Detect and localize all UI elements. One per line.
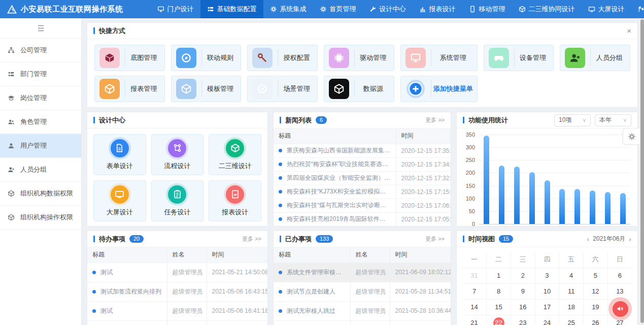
todo-row-0[interactable]: 测试 超级管理员 2021-05-21 14:50:08 xyxy=(87,263,267,282)
shortcut-card-3[interactable]: 驱动管理 xyxy=(324,45,394,71)
nav-item-8[interactable]: 大屏设计 xyxy=(582,0,631,18)
calendar-day-19[interactable]: 19 xyxy=(584,299,608,315)
sidebar-item-6[interactable]: 组织机构数据权限 xyxy=(0,182,81,206)
calendar-day-8[interactable]: 8 xyxy=(487,283,511,299)
shortcut-card-10[interactable]: 数据源 xyxy=(324,76,394,102)
calendar-day-14[interactable]: 14 xyxy=(462,299,487,315)
sidebar-item-2[interactable]: 岗位管理 xyxy=(0,86,81,110)
nav-item-7[interactable]: 二三维协同设计 xyxy=(512,0,582,18)
nav-item-0[interactable]: 门户设计 xyxy=(151,0,200,18)
shortcut-card-4[interactable]: 系统管理 xyxy=(400,45,478,71)
calendar-day-6[interactable]: 6 xyxy=(607,268,632,283)
bullet-dot-icon xyxy=(279,204,282,207)
calendar-day-4[interactable]: 4 xyxy=(559,268,584,283)
nav-item-2[interactable]: 系统集成 xyxy=(263,0,313,18)
sidebar-item-0[interactable]: 公司管理 xyxy=(0,39,81,62)
done-more-link[interactable]: 更多 >> xyxy=(425,235,445,243)
sidebar-item-3[interactable]: 角色管理 xyxy=(0,110,81,134)
shortcut-card-2[interactable]: 授权配置 xyxy=(247,45,318,71)
design-tile-3[interactable]: 大屏设计 xyxy=(93,180,146,221)
design-tile-5[interactable]: 报表设计 xyxy=(209,180,261,221)
news-row-3[interactable]: 梅安森科技“KJ73X和安全监控模拟故障仿真软件技术平台” 2020-12-15… xyxy=(274,185,451,199)
shortcut-card-0[interactable]: 底图管理 xyxy=(94,45,165,71)
sidebar-collapse-button[interactable] xyxy=(0,18,81,39)
close-icon[interactable]: × xyxy=(627,27,631,35)
done-row-0[interactable]: 系统文件管理审核用的 超级管理员 2021-06-09 18:02:12 xyxy=(274,263,451,282)
calendar-day-1[interactable]: 1 xyxy=(487,268,511,283)
design-tile-4[interactable]: 任务设计 xyxy=(151,180,204,221)
settings-tab-button[interactable] xyxy=(623,128,640,145)
sidebar-item-1[interactable]: 部门管理 xyxy=(0,62,81,86)
calendar-next-button[interactable]: › xyxy=(629,235,631,243)
nav-item-6[interactable]: 移动管理 xyxy=(462,0,512,18)
announcement-fab[interactable] xyxy=(608,297,632,320)
nav-item-5[interactable]: 报表设计 xyxy=(413,0,462,18)
calendar-day-17[interactable]: 17 xyxy=(535,299,559,315)
calendar-header: 时间视图 15 ‹ 2021年06月 › xyxy=(457,231,637,247)
nav-item-1[interactable]: 基础数据配置 xyxy=(200,0,263,18)
todo-row-title: 测试加签流程竖向排列 xyxy=(87,282,167,301)
shortcut-card-11[interactable]: 添加快捷菜单 xyxy=(400,76,478,102)
news-row-2[interactable]: 第四届全国煤炭业（智能安全监测）职业技能赛 2020-12-15 17:32:5… xyxy=(274,171,451,185)
calendar-day-12[interactable]: 12 xyxy=(584,283,608,299)
news-row-0[interactable]: 重庆梅安森与山西省国新能源发展集团智能化建设合作 2020-12-15 17:3… xyxy=(274,144,451,157)
calendar-day-21[interactable]: 21 xyxy=(462,315,487,325)
calendar-day-3[interactable]: 3 xyxy=(535,268,559,283)
calendar-day-10[interactable]: 10 xyxy=(535,283,559,299)
calendar-day-15[interactable]: 15 xyxy=(487,299,511,315)
done-row-2[interactable]: 测试无审核人跳过 超级管理员 2021-05-28 10:36:44 xyxy=(274,301,451,320)
scrollbar-thumb[interactable] xyxy=(640,19,644,323)
shortcut-card-5[interactable]: 设备管理 xyxy=(484,45,554,71)
calendar-day-23[interactable]: 23 xyxy=(511,315,535,325)
calendar-day-7[interactable]: 7 xyxy=(462,283,487,299)
news-row-4[interactable]: 梅安森科技“煤与瓦斯突出实时诊断系统”迎来发展机遇 2020-12-15 17:… xyxy=(274,199,451,212)
design-tile-0[interactable]: 表单设计 xyxy=(93,134,146,175)
calendar-day-22[interactable]: 22 xyxy=(487,315,511,325)
sidebar-item-4[interactable]: 用户管理 xyxy=(0,134,81,158)
sidebar-item-7[interactable]: 组织机构操作权限 xyxy=(0,206,81,230)
todo-row-3[interactable]: 测试 超级管理员 2021-05-06 16:40:34 xyxy=(87,320,267,325)
speaker-icon xyxy=(613,301,628,317)
shortcut-card-6[interactable]: 人员分组 xyxy=(560,45,630,71)
shortcut-card-1[interactable]: 联动规则 xyxy=(171,45,242,71)
done-row-1[interactable]: 测试节点是创建人 超级管理员 2021-05-28 11:34:51 xyxy=(274,282,451,301)
shortcut-label: 系统管理 xyxy=(433,53,473,62)
news-row-1[interactable]: 热烈祝贺“梅安森杯”职业技能竞赛选手赛前培训成功举办 2020-12-15 17… xyxy=(274,157,451,171)
todo-more-link[interactable]: 更多 >> xyxy=(242,235,261,243)
shortcut-label: 场景管理 xyxy=(280,84,313,93)
shortcut-card-9[interactable]: 场景管理 xyxy=(247,76,318,102)
news-more-link[interactable]: 更多 >> xyxy=(425,116,445,124)
nav-item-3[interactable]: 首页管理 xyxy=(313,0,363,18)
calendar-prev-button[interactable]: ‹ xyxy=(587,235,590,243)
shortcut-label: 数据源 xyxy=(357,84,390,93)
calendar-week-3: 21222324252627 xyxy=(462,315,632,325)
done-row-3[interactable]: 自由协同【子流程】 test2 2021-05-21 14:46:39 xyxy=(274,320,451,325)
shortcut-card-7[interactable]: 报表管理 xyxy=(94,76,165,102)
calendar-title: 时间视图 xyxy=(463,236,495,242)
shortcut-label: 联动规则 xyxy=(204,53,237,62)
calendar-day-16[interactable]: 16 xyxy=(511,299,535,315)
calendar-day-24[interactable]: 24 xyxy=(535,315,559,325)
usage-select-0[interactable]: 10项 ∨ xyxy=(554,114,591,126)
design-tile-2[interactable]: 二三维设计 xyxy=(209,134,261,175)
done-row-name: 超级管理员 xyxy=(350,263,390,282)
todo-row-1[interactable]: 测试加签流程竖向排列 超级管理员 2021-05-06 16:43:15 xyxy=(87,282,267,301)
nav-item-label: 首页管理 xyxy=(330,5,356,14)
calendar-day-18[interactable]: 18 xyxy=(559,299,584,315)
shortcut-card-8[interactable]: 模板管理 xyxy=(171,76,242,102)
nav-item-9[interactable]: 联动控制设计 xyxy=(631,0,644,18)
done-table: 标题姓名时间 系统文件管理审核用的 超级管理员 2021-06-09 18:02… xyxy=(274,247,451,325)
design-tile-1[interactable]: 流程设计 xyxy=(151,134,204,175)
todo-row-2[interactable]: 测试 超级管理员 2021-05-06 16:41:18 xyxy=(87,301,267,320)
calendar-day-5[interactable]: 5 xyxy=(584,268,608,283)
news-row-5[interactable]: 梅安森科技亮相2019青岛国际软件融合创新博览会 2020-12-15 17:0… xyxy=(274,212,451,226)
calendar-day-31[interactable]: 31 xyxy=(462,268,487,283)
calendar-day-9[interactable]: 9 xyxy=(511,283,535,299)
nav-item-4[interactable]: 设计中心 xyxy=(363,0,413,18)
calendar-day-2[interactable]: 2 xyxy=(511,268,535,283)
usage-select-1[interactable]: 本年 ∨ xyxy=(595,114,631,126)
calendar-day-11[interactable]: 11 xyxy=(559,283,584,299)
sidebar-item-5[interactable]: 人员分组 xyxy=(0,158,81,182)
calendar-day-26[interactable]: 26 xyxy=(584,315,608,325)
calendar-day-25[interactable]: 25 xyxy=(559,315,584,325)
